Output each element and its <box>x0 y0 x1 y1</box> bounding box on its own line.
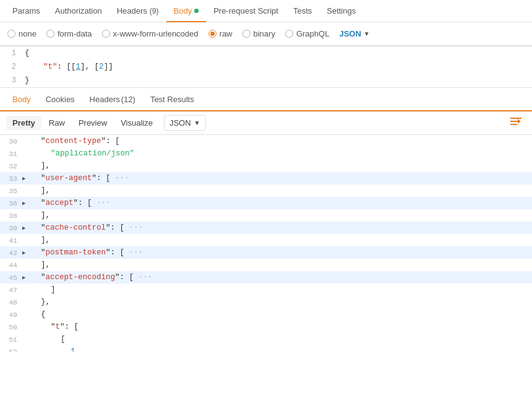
radio-none[interactable] <box>7 30 15 38</box>
preview-button[interactable]: Preview <box>72 116 113 130</box>
resp-line-52: 52 1 <box>0 345 532 352</box>
tab-tests[interactable]: Tests <box>286 0 319 22</box>
wrap-lines-icon[interactable] <box>506 115 526 131</box>
req-line-1: 1 { <box>0 46 532 60</box>
top-tabs-bar: Params Authorization Headers (9) Body Pr… <box>0 0 532 22</box>
radio-raw[interactable] <box>208 30 217 38</box>
response-format-selector[interactable]: JSON ▼ <box>164 115 206 131</box>
json-format-selector[interactable]: JSON ▼ <box>339 29 369 38</box>
resp-tab-body[interactable]: Body <box>5 88 38 110</box>
body-dot-indicator <box>194 9 199 13</box>
response-body: 30 "content-type": [ 31 "application/jso… <box>0 135 532 352</box>
resp-line-30: 30 "content-type": [ <box>0 135 532 147</box>
resp-tab-headers[interactable]: Headers (12) <box>82 88 143 110</box>
resp-tab-testresults[interactable]: Test Results <box>143 88 202 110</box>
resp-line-39: 39 ▶ "cache-control": [ ··· <box>0 222 532 234</box>
tab-settings[interactable]: Settings <box>319 0 363 22</box>
radio-urlencoded[interactable] <box>102 30 110 38</box>
pretty-button[interactable]: Pretty <box>6 116 41 130</box>
resp-line-48: 48 }, <box>0 296 532 308</box>
tab-body[interactable]: Body <box>166 0 207 22</box>
radio-binary[interactable] <box>242 30 251 38</box>
resp-line-49: 49 { <box>0 308 532 321</box>
resp-line-31: 31 "application/json" <box>0 147 532 160</box>
tab-headers[interactable]: Headers (9) <box>109 0 166 22</box>
resp-format-arrow: ▼ <box>194 119 200 126</box>
option-graphql[interactable]: GraphQL <box>285 29 329 38</box>
tab-authorization[interactable]: Authorization <box>48 0 109 22</box>
resp-line-38: 38 ], <box>0 209 532 222</box>
resp-line-36: 36 ▶ "accept": [ ··· <box>0 197 532 209</box>
resp-line-33: 33 ▶ "user-agent": [ ··· <box>0 172 532 184</box>
option-binary[interactable]: binary <box>242 29 275 38</box>
radio-graphql[interactable] <box>285 30 293 38</box>
resp-line-41: 41 ], <box>0 234 532 246</box>
resp-line-51: 51 [ <box>0 333 532 345</box>
resp-line-50: 50 "t": [ <box>0 321 532 333</box>
resp-tab-cookies[interactable]: Cookies <box>38 88 82 110</box>
option-urlencoded[interactable]: x-www-form-urlencoded <box>102 29 199 38</box>
req-line-3: 3 } <box>0 74 532 87</box>
resp-line-32: 32 ], <box>0 160 532 172</box>
resp-line-42: 42 ▶ "postman-token": [ ··· <box>0 246 532 259</box>
resp-line-44: 44 ], <box>0 259 532 271</box>
response-toolbar: Pretty Raw Preview Visualize JSON ▼ <box>0 111 532 135</box>
option-none[interactable]: none <box>7 29 36 38</box>
resp-line-45: 45 ▶ "accept-encoding": [ ··· <box>0 271 532 284</box>
option-raw[interactable]: raw <box>208 29 233 38</box>
json-dropdown-arrow[interactable]: ▼ <box>364 30 370 37</box>
tab-prerequest[interactable]: Pre-request Script <box>206 0 286 22</box>
resp-line-35: 35 ], <box>0 184 532 197</box>
raw-button[interactable]: Raw <box>43 116 71 130</box>
radio-form-data[interactable] <box>46 30 54 38</box>
req-line-2: 2 "t": [[1], [2]] <box>0 60 532 74</box>
resp-line-47: 47 ] <box>0 284 532 296</box>
body-options-row: none form-data x-www-form-urlencoded raw… <box>0 22 532 46</box>
tab-params[interactable]: Params <box>5 0 48 22</box>
option-form-data[interactable]: form-data <box>46 29 92 38</box>
response-tabs-bar: Body Cookies Headers (12) Test Results <box>0 88 532 111</box>
request-body-editor[interactable]: 1 { 2 "t": [[1], [2]] 3 } <box>0 46 532 88</box>
visualize-button[interactable]: Visualize <box>114 116 159 130</box>
